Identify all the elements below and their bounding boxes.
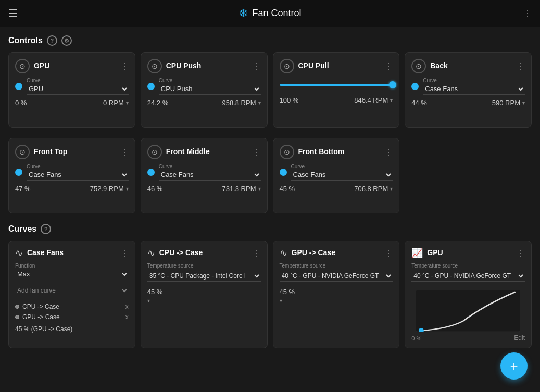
front-top-curve-dot [15,169,22,176]
gpu-chart-edit-button[interactable]: Edit [514,334,525,342]
back-curve-dot [411,83,419,90]
front-bottom-percent: 45 % [280,185,295,193]
cpu-pull-slider-wrap [280,78,393,92]
add-fab-icon: + [510,358,518,374]
cpu-push-rpm-chevron[interactable]: ▾ [258,100,261,106]
gpu-case-temp-select[interactable]: 40 °C - GPU - NVIDIA GeForce GT [280,271,393,282]
cpu-case-temp-label: Temperature source [147,263,261,269]
cpu-case-curve-more[interactable]: ⋮ [253,248,261,258]
fan-icon: ❄ [238,7,248,20]
gpu-curve-card-title: GPU [427,248,469,258]
cpu-pull-slider-thumb[interactable] [389,81,396,88]
fan-card-front-middle-title: Front Middle [166,147,210,157]
front-middle-curve-select[interactable]: Case Fans [159,169,261,181]
fan-card-front-bottom-icon: ⊙ [280,145,294,159]
front-top-rpm: 752.9 RPM [90,185,124,193]
gpu-case-percent-chevron[interactable]: ▾ [280,298,393,304]
case-fans-curve-more[interactable]: ⋮ [120,248,129,258]
app-title-bar: ❄ Fan Control [238,7,301,20]
cpu-push-percent: 24.2 % [147,99,168,107]
gpu-case-curve-more[interactable]: ⋮ [384,248,393,258]
curves-section-header: Curves ? [8,224,532,234]
gpu-rpm-chevron[interactable]: ▾ [126,100,129,106]
cpu-case-percent-chevron[interactable]: ▾ [147,298,261,304]
menu-icon[interactable]: ☰ [8,7,18,20]
gpu-rpm: 0 RPM [103,99,124,107]
cpu-case-remove-btn[interactable]: x [125,303,129,310]
gpu-case-remove-btn[interactable]: x [125,313,129,321]
cpu-case-temp-select[interactable]: 35 °C - CPU Package - Intel Core i [147,271,261,282]
fan-card-cpu-pull: ⊙ CPU Pull ⋮ 100 % 846.4 RPM ▾ [273,52,400,128]
case-fans-result: 45 % (GPU -> Case) [15,325,129,333]
fan-card-front-bottom-more[interactable]: ⋮ [384,147,393,157]
front-top-curve-label: Curve [27,163,129,169]
cpu-case-curve-icon: ∿ [147,247,155,259]
cpu-case-percent: 45 % [147,288,261,296]
add-fab-button[interactable]: + [500,352,528,380]
controls-settings-icon[interactable]: ⚙ [61,35,72,46]
curve-card-gpu: 📈 GPU ⋮ Temperature source 40 °C - GPU -… [405,241,532,348]
cpu-push-curve-label: Curve [159,78,261,83]
front-bottom-curve-select[interactable]: Case Fans [291,169,393,181]
case-fans-func-select[interactable]: Max [15,269,129,280]
front-middle-curve-dot [147,169,155,176]
fan-card-back-icon: ⊙ [411,59,426,73]
fan-card-front-middle: ⊙ Front Middle ⋮ Curve Case Fans 46 % 73… [141,138,268,213]
cpu-push-rpm: 958.8 RPM [222,99,256,107]
front-middle-curve-label: Curve [159,163,261,169]
controls-label: Controls [8,36,43,45]
cpu-pull-percent: 100 % [280,96,299,104]
fan-card-front-top-icon: ⊙ [15,145,30,159]
fan-card-cpu-pull-more[interactable]: ⋮ [384,61,393,71]
fan-card-gpu: ⊙ GPU ⋮ Curve GPU 0 % 0 RPM ▾ [8,52,135,128]
fan-card-cpu-push-more[interactable]: ⋮ [253,61,261,71]
controls-section-header: Controls ? ⚙ [8,35,532,46]
gpu-curve-card-more[interactable]: ⋮ [517,248,525,258]
fan-cards-row-2: ⊙ Front Top ⋮ Curve Case Fans 47 % 752.9… [8,138,532,213]
gpu-case-curve-icon: ∿ [280,247,287,259]
fan-card-front-middle-more[interactable]: ⋮ [253,147,261,157]
cpu-pull-rpm-chevron[interactable]: ▾ [390,97,393,103]
case-fans-item-gpu-case: GPU -> Case x [15,312,129,322]
curves-help-icon[interactable]: ? [41,224,51,234]
controls-help-icon[interactable]: ? [47,35,57,46]
header-more-icon[interactable]: ⋮ [523,8,532,18]
gpu-case-dot [15,315,19,319]
fan-card-gpu-more[interactable]: ⋮ [120,61,129,71]
fan-card-cpu-pull-icon: ⊙ [280,59,294,73]
front-top-percent: 47 % [15,185,31,193]
back-percent: 44 % [411,99,427,107]
case-fans-func-label: Function [15,263,129,269]
back-rpm: 590 RPM [492,99,520,107]
fan-card-cpu-push: ⊙ CPU Push ⋮ Curve CPU Push 24.2 % 958.8… [141,52,268,128]
fan-card-front-top-more[interactable]: ⋮ [120,147,129,157]
front-middle-rpm-chevron[interactable]: ▾ [258,186,261,192]
front-bottom-rpm-chevron[interactable]: ▾ [390,186,393,192]
curves-label: Curves [8,224,36,234]
front-top-curve-select[interactable]: Case Fans [27,169,129,181]
case-fans-item-cpu-case: CPU -> Case x [15,301,129,312]
front-middle-percent: 46 % [147,185,163,193]
case-fans-curve-title: Case Fans [27,248,69,258]
fan-card-empty [405,138,532,213]
gpu-chart-svg [411,290,525,332]
front-top-rpm-chevron[interactable]: ▾ [126,186,129,192]
front-bottom-curve-dot [280,169,287,176]
fan-card-front-top: ⊙ Front Top ⋮ Curve Case Fans 47 % 752.9… [8,138,135,213]
gpu-curve-select[interactable]: GPU [27,83,129,95]
case-fans-add-fan-select[interactable]: Add fan curve [15,284,129,297]
fan-card-gpu-icon: ⊙ [15,59,30,73]
fan-card-back: ⊙ Back ⋮ Curve Case Fans 44 % 590 RPM [405,52,532,128]
fan-card-back-more[interactable]: ⋮ [517,61,525,71]
cpu-push-curve-select[interactable]: CPU Push [159,83,261,95]
gpu-chart-temp-select[interactable]: 40 °C - GPU - NVIDIA GeForce GT [411,271,525,282]
gpu-chart-temp-label: Temperature source [411,263,525,269]
curve-card-case-fans: ∿ Case Fans ⋮ Function Max Add fan curve… [8,241,135,348]
fan-card-gpu-title: GPU [34,61,76,71]
fan-cards-row-1: ⊙ GPU ⋮ Curve GPU 0 % 0 RPM ▾ [8,52,532,128]
cpu-case-dot [15,305,19,309]
back-rpm-chevron[interactable]: ▾ [522,100,525,106]
case-fans-curve-icon: ∿ [15,247,23,259]
back-curve-select[interactable]: Case Fans [423,83,525,95]
front-bottom-curve-label: Curve [291,163,393,169]
